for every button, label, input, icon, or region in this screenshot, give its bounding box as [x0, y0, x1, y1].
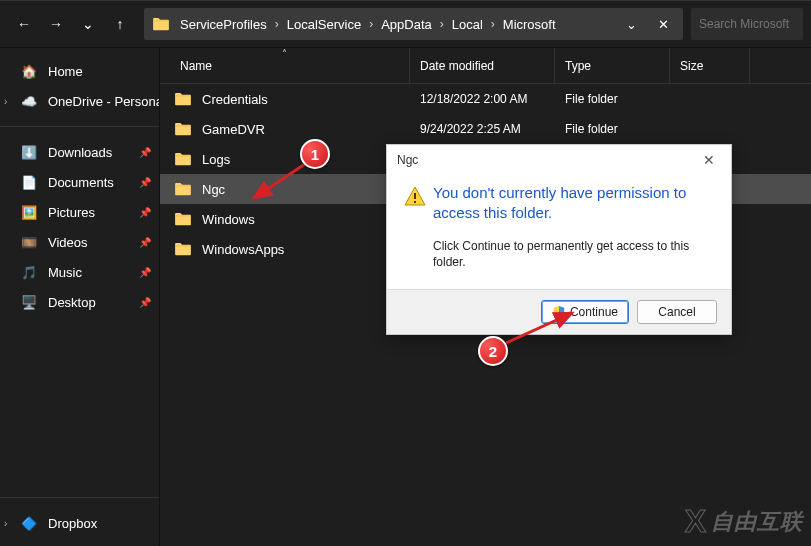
- sidebar-item-dropbox[interactable]: › 🔷 Dropbox: [0, 508, 159, 538]
- breadcrumb-segment[interactable]: Local: [446, 17, 489, 32]
- column-label: Name: [180, 59, 212, 73]
- chevron-right-icon: ›: [273, 17, 281, 31]
- documents-icon: 📄: [20, 173, 38, 191]
- sidebar-item-label: Music: [48, 265, 82, 280]
- sidebar-item-desktop[interactable]: 🖥️ Desktop 📌: [0, 287, 159, 317]
- uac-shield-icon: [552, 305, 566, 319]
- dialog-heading: You don't currently have permission to a…: [433, 183, 715, 224]
- file-type: File folder: [555, 122, 670, 136]
- videos-icon: 🎞️: [20, 233, 38, 251]
- refresh-button[interactable]: ✕: [647, 8, 679, 40]
- file-date: 12/18/2022 2:00 AM: [410, 92, 555, 106]
- watermark-text: 自由互联: [711, 507, 803, 537]
- folder-icon: [174, 122, 192, 136]
- sort-ascending-icon: ˄: [282, 48, 287, 59]
- desktop-icon: 🖥️: [20, 293, 38, 311]
- search-input[interactable]: [699, 17, 795, 31]
- sidebar-item-downloads[interactable]: ⬇️ Downloads 📌: [0, 137, 159, 167]
- separator: [0, 126, 159, 127]
- sidebar-item-label: Downloads: [48, 145, 112, 160]
- chevron-right-icon: ›: [367, 17, 375, 31]
- column-header-size[interactable]: Size: [670, 48, 750, 83]
- file-date: 9/24/2022 2:25 AM: [410, 122, 555, 136]
- column-header-date[interactable]: Date modified: [410, 48, 555, 83]
- annotation-marker-2: 2: [478, 336, 508, 366]
- column-header-type[interactable]: Type: [555, 48, 670, 83]
- sidebar-item-onedrive[interactable]: › ☁️ OneDrive - Personal: [0, 86, 159, 116]
- column-label: Type: [565, 59, 591, 73]
- sidebar-item-label: Desktop: [48, 295, 96, 310]
- onedrive-icon: ☁️: [20, 92, 38, 110]
- sidebar-item-documents[interactable]: 📄 Documents 📌: [0, 167, 159, 197]
- permission-dialog: Ngc ✕ You don't currently have permissio…: [386, 144, 732, 335]
- recent-locations-button[interactable]: ⌄: [72, 8, 104, 40]
- column-label: Size: [680, 59, 703, 73]
- chevron-right-icon: ›: [489, 17, 497, 31]
- chevron-right-icon[interactable]: ›: [4, 96, 7, 107]
- file-row[interactable]: Credentials12/18/2022 2:00 AMFile folder: [160, 84, 811, 114]
- sidebar-item-music[interactable]: 🎵 Music 📌: [0, 257, 159, 287]
- back-button[interactable]: ←: [8, 8, 40, 40]
- file-row[interactable]: GameDVR9/24/2022 2:25 AMFile folder: [160, 114, 811, 144]
- column-headers: Name ˄ Date modified Type Size: [160, 48, 811, 84]
- folder-icon: [174, 242, 192, 256]
- pin-icon: 📌: [139, 147, 151, 158]
- warning-icon: [403, 183, 433, 271]
- up-button[interactable]: ↑: [104, 8, 136, 40]
- toolbar: ← → ⌄ ↑ ServiceProfiles› LocalService› A…: [0, 0, 811, 48]
- pictures-icon: 🖼️: [20, 203, 38, 221]
- dialog-subtext: Click Continue to permanently get access…: [433, 238, 715, 272]
- pin-icon: 📌: [139, 207, 151, 218]
- sidebar-item-label: Pictures: [48, 205, 95, 220]
- sidebar-item-label: Home: [48, 64, 83, 79]
- breadcrumb-segment[interactable]: Microsoft: [497, 17, 562, 32]
- continue-button[interactable]: Continue: [541, 300, 629, 324]
- folder-icon: [152, 17, 170, 31]
- watermark-glyph: X: [685, 503, 707, 540]
- breadcrumb-segment[interactable]: ServiceProfiles: [174, 17, 273, 32]
- pin-icon: 📌: [139, 177, 151, 188]
- folder-icon: [174, 212, 192, 226]
- folder-icon: [174, 92, 192, 106]
- separator: [0, 497, 159, 498]
- chevron-right-icon[interactable]: ›: [4, 518, 7, 529]
- search-box[interactable]: [691, 8, 803, 40]
- navigation-pane: 🏠 Home › ☁️ OneDrive - Personal ⬇️ Downl…: [0, 48, 160, 546]
- sidebar-item-home[interactable]: 🏠 Home: [0, 56, 159, 86]
- button-label: Continue: [570, 305, 618, 319]
- sidebar-item-label: Videos: [48, 235, 88, 250]
- address-bar[interactable]: ServiceProfiles› LocalService› AppData› …: [144, 8, 683, 40]
- folder-icon: [174, 182, 192, 196]
- pin-icon: 📌: [139, 237, 151, 248]
- address-dropdown-button[interactable]: ⌄: [615, 8, 647, 40]
- file-name: GameDVR: [202, 122, 265, 137]
- breadcrumb-segment[interactable]: LocalService: [281, 17, 367, 32]
- column-header-name[interactable]: Name ˄: [160, 48, 410, 83]
- annotation-marker-1: 1: [300, 139, 330, 169]
- file-name: Ngc: [202, 182, 225, 197]
- chevron-right-icon: ›: [438, 17, 446, 31]
- sidebar-item-pictures[interactable]: 🖼️ Pictures 📌: [0, 197, 159, 227]
- home-icon: 🏠: [20, 62, 38, 80]
- close-button[interactable]: ✕: [697, 148, 721, 172]
- pin-icon: 📌: [139, 297, 151, 308]
- pin-icon: 📌: [139, 267, 151, 278]
- sidebar-item-label: Documents: [48, 175, 114, 190]
- file-name: Credentials: [202, 92, 268, 107]
- dialog-title: Ngc: [397, 153, 418, 167]
- folder-icon: [174, 152, 192, 166]
- watermark: X 自由互联: [685, 503, 803, 540]
- cancel-button[interactable]: Cancel: [637, 300, 717, 324]
- file-name: Windows: [202, 212, 255, 227]
- downloads-icon: ⬇️: [20, 143, 38, 161]
- breadcrumb-segment[interactable]: AppData: [375, 17, 438, 32]
- sidebar-item-videos[interactable]: 🎞️ Videos 📌: [0, 227, 159, 257]
- sidebar-item-label: Dropbox: [48, 516, 97, 531]
- dropbox-icon: 🔷: [20, 514, 38, 532]
- sidebar-item-label: OneDrive - Personal: [48, 94, 159, 109]
- file-name: Logs: [202, 152, 230, 167]
- button-label: Cancel: [658, 305, 695, 319]
- music-icon: 🎵: [20, 263, 38, 281]
- forward-button[interactable]: →: [40, 8, 72, 40]
- column-label: Date modified: [420, 59, 494, 73]
